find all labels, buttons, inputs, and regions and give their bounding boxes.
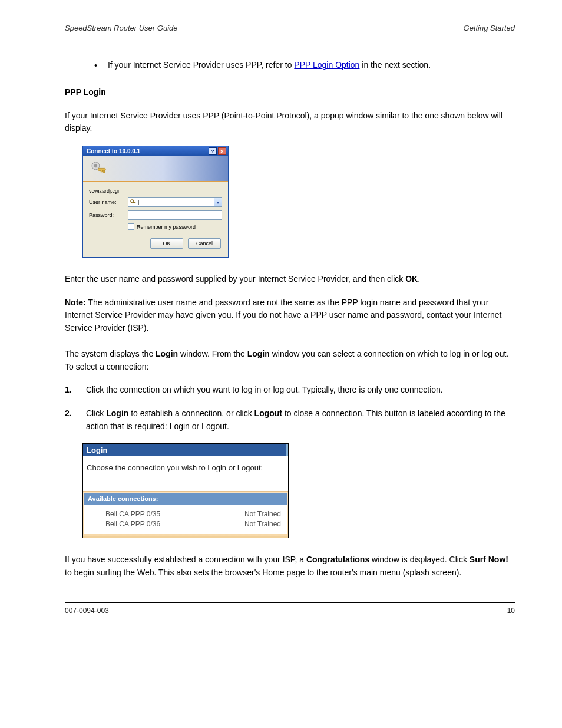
- connections-list: Bell CA PPP 0/35 Not Trained Bell CA PPP…: [84, 505, 287, 534]
- remember-password-label: Remember my password: [137, 224, 196, 230]
- step1-text: Click the connection on which you want t…: [86, 384, 515, 397]
- footer-left: 007-0094-003: [65, 607, 109, 615]
- ppp-login-heading: PPP Login: [65, 86, 515, 99]
- bullet-text: If your Internet Service Provider uses P…: [108, 59, 431, 71]
- s2-mid: to establish a connection, or click: [128, 409, 254, 418]
- list-item[interactable]: Bell CA PPP 0/35 Not Trained: [105, 509, 281, 519]
- conn-status: Not Trained: [244, 509, 281, 519]
- svg-rect-4: [101, 170, 102, 172]
- ppp-login-option-link[interactable]: PPP Login Option: [294, 60, 359, 70]
- step2-text: Click Login to establish a connection, o…: [86, 407, 515, 433]
- close-icon[interactable]: ×: [218, 147, 226, 155]
- conn-name: Bell CA PPP 0/36: [105, 519, 160, 529]
- trail-prefix: If you have successfully established a c…: [65, 555, 306, 564]
- lw-login1: Login: [156, 349, 178, 358]
- s2-prefix: Click: [86, 409, 106, 418]
- header-right: Getting Started: [464, 24, 515, 32]
- footer-divider: [65, 602, 515, 603]
- conn-status: Not Trained: [244, 519, 281, 529]
- username-label: User name:: [89, 199, 128, 205]
- user-key-icon: [130, 199, 136, 205]
- lw-middle: window. From the: [178, 349, 247, 358]
- step2-number: 2.: [65, 407, 74, 433]
- svg-rect-3: [103, 170, 104, 173]
- enter-credentials-text: Enter the user name and password supplie…: [65, 273, 515, 286]
- available-connections-header: Available connections:: [84, 493, 287, 505]
- remember-password-checkbox[interactable]: [128, 223, 134, 230]
- lw-colon: :: [147, 362, 149, 371]
- step1-number: 1.: [65, 384, 74, 397]
- footer-right: 10: [507, 607, 515, 615]
- login-panel-prompt: Choose the connection you wish to Login …: [83, 456, 288, 491]
- username-input[interactable]: |: [128, 197, 214, 207]
- password-label: Password:: [89, 212, 128, 218]
- conn-name: Bell CA PPP 0/35: [105, 509, 160, 519]
- list-item[interactable]: Bell CA PPP 0/36 Not Trained: [105, 519, 281, 529]
- step-1: 1. Click the connection on which you wan…: [65, 384, 515, 397]
- note-block: Note: The administrative user name and p…: [65, 297, 515, 335]
- lw-prefix: The system displays the: [65, 349, 156, 358]
- note-text: The administrative user name and passwor…: [65, 298, 501, 332]
- password-input[interactable]: [128, 210, 222, 220]
- trail-suffix: to begin surfing the Web. This also sets…: [65, 568, 461, 577]
- trail-surf: Surf Now!: [470, 555, 508, 564]
- login-window-intro: The system displays the Login window. Fr…: [65, 348, 515, 373]
- note-label: Note:: [65, 298, 86, 307]
- header-left: SpeedStream Router User Guide: [65, 24, 177, 32]
- cancel-button[interactable]: Cancel: [188, 238, 221, 249]
- ok-button[interactable]: OK: [150, 238, 183, 249]
- username-dropdown-icon[interactable]: ▾: [214, 197, 222, 207]
- step-2: 2. Click Login to establish a connection…: [65, 407, 515, 433]
- congratulations-text: If you have successfully established a c…: [65, 554, 515, 579]
- bullet-after: in the next section.: [359, 60, 431, 70]
- help-icon[interactable]: ?: [209, 147, 217, 155]
- svg-point-1: [94, 164, 98, 168]
- connect-dialog: Connect to 10.0.0.1 ? × vcwizardj.cgi Us…: [82, 146, 229, 258]
- ppp-login-intro: If your Internet Service Provider uses P…: [65, 110, 515, 135]
- realm-text: vcwizardj.cgi: [89, 188, 119, 194]
- bullet-icon: •: [94, 60, 97, 71]
- bullet-before: If your Internet Service Provider uses P…: [108, 60, 294, 70]
- enter-creds-period: .: [418, 274, 420, 284]
- dialog-banner: [83, 156, 228, 182]
- svg-rect-6: [133, 202, 135, 203]
- dialog-title-text: Connect to 10.0.0.1: [87, 148, 140, 154]
- s2-logout: Logout: [254, 409, 282, 418]
- trail-mid: window is displayed. Click: [369, 555, 470, 564]
- keys-icon: [89, 160, 109, 179]
- dialog-titlebar: Connect to 10.0.0.1 ? ×: [83, 146, 228, 156]
- s2-login: Login: [106, 409, 128, 418]
- login-panel-title: Login: [83, 444, 288, 456]
- trail-congrats: Congratulations: [306, 555, 369, 564]
- enter-creds-prefix: Enter the user name and password supplie…: [65, 274, 405, 284]
- ok-highlight: OK: [405, 274, 418, 284]
- lw-login2: Login: [247, 349, 270, 358]
- header-divider: [65, 35, 515, 35]
- login-panel: Login Choose the connection you wish to …: [82, 443, 289, 538]
